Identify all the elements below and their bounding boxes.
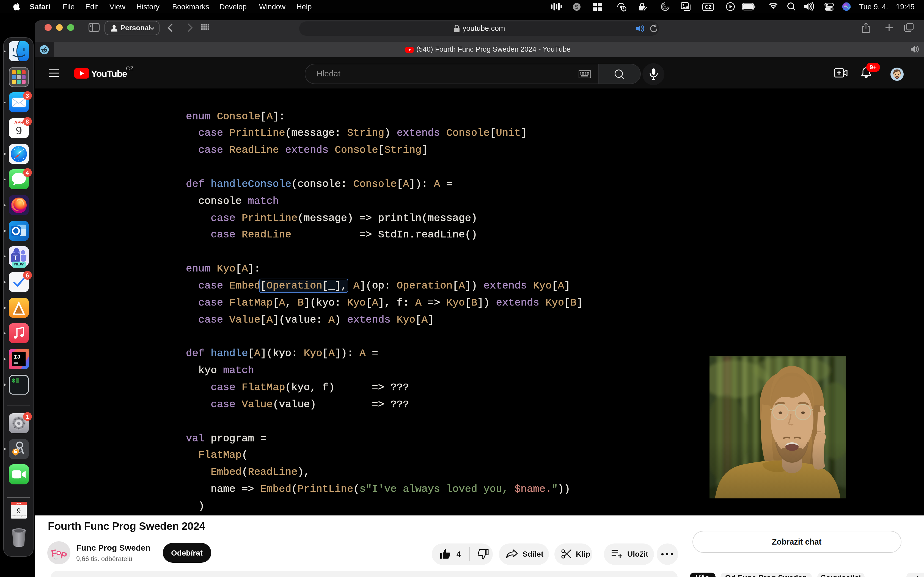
svg-text:T: T	[13, 255, 18, 262]
svg-text:9: 9	[16, 124, 22, 137]
svg-text:S: S	[575, 3, 578, 10]
svg-text:Fourth Func Prog Swede: Fourth Func Prog Swede	[11, 515, 27, 517]
svg-text:P: P	[60, 550, 67, 561]
svg-text:$: $	[12, 378, 15, 384]
svg-text:APR: APR	[16, 503, 21, 505]
svg-text:IJ: IJ	[14, 354, 21, 360]
svg-text:CZ: CZ	[704, 4, 712, 10]
svg-text:9: 9	[17, 507, 21, 515]
